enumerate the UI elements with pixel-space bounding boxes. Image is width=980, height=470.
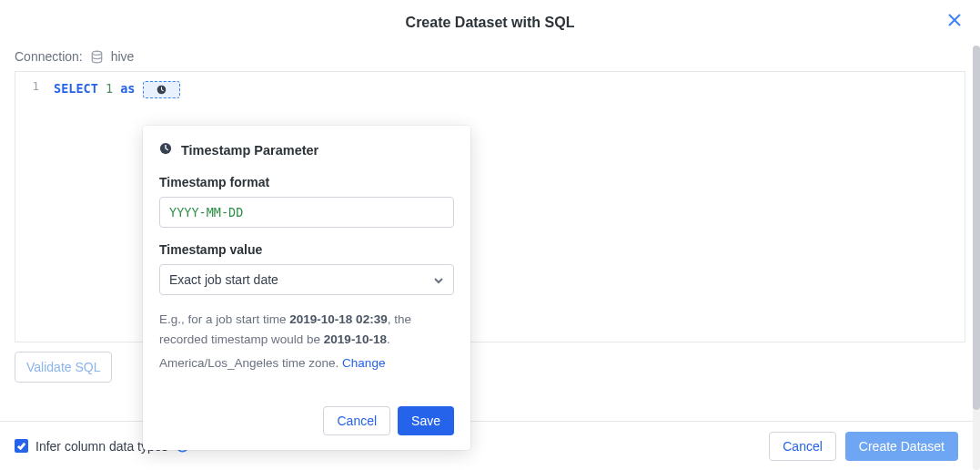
timestamp-value-label: Timestamp value [159,242,454,257]
popover-title: Timestamp Parameter [181,143,318,158]
editor-gutter: 1 [15,72,45,342]
database-icon [90,50,104,64]
timezone-text: America/Los_Angeles time zone. [159,356,342,370]
timestamp-parameter-popover: Timestamp Parameter Timestamp format Tim… [143,126,470,450]
change-timezone-link[interactable]: Change [342,356,385,370]
clock-icon [159,142,172,158]
scrollbar-track[interactable] [973,46,980,470]
sql-keyword-as: as [120,81,135,96]
line-number: 1 [15,79,39,93]
clock-icon [157,85,167,95]
svg-point-2 [92,51,101,55]
timestamp-format-input[interactable] [159,197,454,228]
popover-cancel-button[interactable]: Cancel [323,406,390,435]
sql-keyword-select: SELECT [54,81,98,96]
timestamp-parameter-token[interactable] [143,81,180,98]
helper-text: E.g., for a job start time 2019-10-18 02… [159,310,454,349]
close-icon[interactable] [947,13,965,31]
validate-sql-button[interactable]: Validate SQL [15,352,112,383]
popover-save-button[interactable]: Save [398,406,454,435]
scrollbar-thumb[interactable] [973,46,980,410]
chevron-down-icon [433,274,444,285]
page-title: Create Dataset with SQL [406,15,575,31]
timestamp-value-select[interactable]: Exact job start date [159,264,454,295]
footer-cancel-button[interactable]: Cancel [769,432,836,461]
infer-types-checkbox[interactable] [15,439,28,453]
connection-label: Connection: [15,49,83,64]
timezone-row: America/Los_Angeles time zone. Change [159,356,454,370]
timestamp-format-label: Timestamp format [159,175,454,189]
create-dataset-button[interactable]: Create Dataset [845,432,958,461]
sql-literal: 1 [106,81,113,96]
connection-name: hive [111,49,135,64]
timestamp-value-selected: Exact job start date [169,272,278,287]
